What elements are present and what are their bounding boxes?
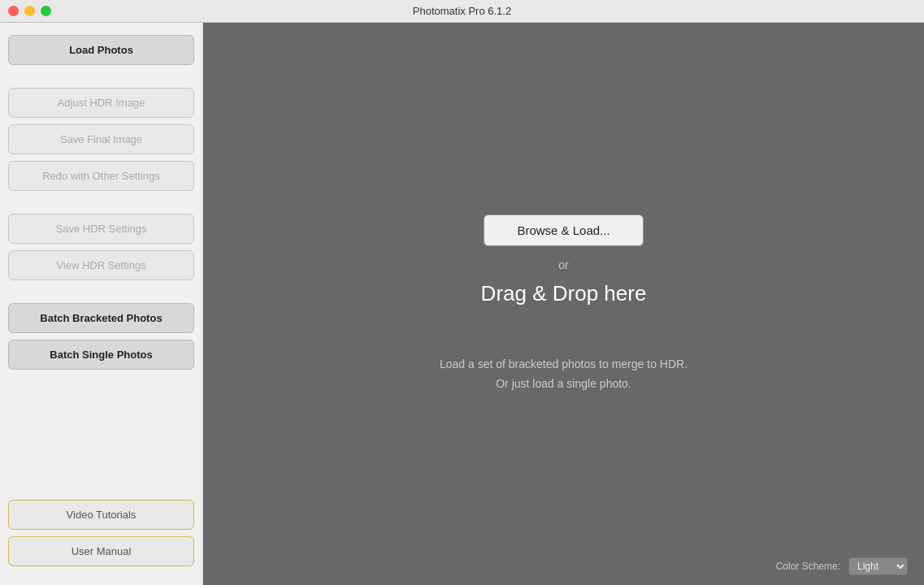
- main-content: Load Photos Adjust HDR Image Save Final …: [0, 23, 924, 585]
- bottom-bar: Color Scheme: Light Dark: [776, 557, 908, 575]
- maximize-button[interactable]: [41, 6, 51, 16]
- drag-drop-label: Drag & Drop here: [481, 281, 647, 306]
- window-controls: [8, 6, 51, 16]
- spacer-3: [8, 287, 194, 303]
- color-scheme-select[interactable]: Light Dark: [848, 557, 908, 575]
- video-tutorials-button[interactable]: Video Tutorials: [8, 500, 194, 530]
- adjust-hdr-button[interactable]: Adjust HDR Image: [8, 88, 194, 118]
- view-hdr-settings-button[interactable]: View HDR Settings: [8, 250, 194, 280]
- load-photos-button[interactable]: Load Photos: [8, 35, 194, 65]
- hint-line-1: Load a set of bracketed photos to merge …: [440, 355, 688, 375]
- save-hdr-settings-button[interactable]: Save HDR Settings: [8, 214, 194, 244]
- redo-settings-button[interactable]: Redo with Other Settings: [8, 161, 194, 191]
- browse-load-button[interactable]: Browse & Load...: [484, 214, 643, 246]
- spacer-flex: [8, 376, 194, 500]
- hint-line-2: Or just load a single photo.: [440, 375, 688, 394]
- hint-text: Load a set of bracketed photos to merge …: [440, 355, 688, 394]
- titlebar: Photomatix Pro 6.1.2: [0, 0, 924, 23]
- window-title: Photomatix Pro 6.1.2: [413, 5, 511, 17]
- minimize-button[interactable]: [24, 6, 35, 16]
- save-final-button[interactable]: Save Final Image: [8, 124, 194, 154]
- or-label: or: [558, 258, 568, 271]
- color-scheme-label: Color Scheme:: [776, 561, 840, 572]
- close-button[interactable]: [8, 6, 19, 16]
- batch-bracketed-button[interactable]: Batch Bracketed Photos: [8, 303, 194, 333]
- batch-single-button[interactable]: Batch Single Photos: [8, 340, 194, 370]
- user-manual-button[interactable]: User Manual: [8, 536, 194, 566]
- spacer-2: [8, 197, 194, 214]
- sidebar-bottom: Video Tutorials User Manual: [8, 500, 194, 573]
- drop-zone[interactable]: Browse & Load... or Drag & Drop here Loa…: [203, 23, 924, 585]
- sidebar: Load Photos Adjust HDR Image Save Final …: [0, 23, 203, 585]
- spacer-1: [8, 72, 194, 88]
